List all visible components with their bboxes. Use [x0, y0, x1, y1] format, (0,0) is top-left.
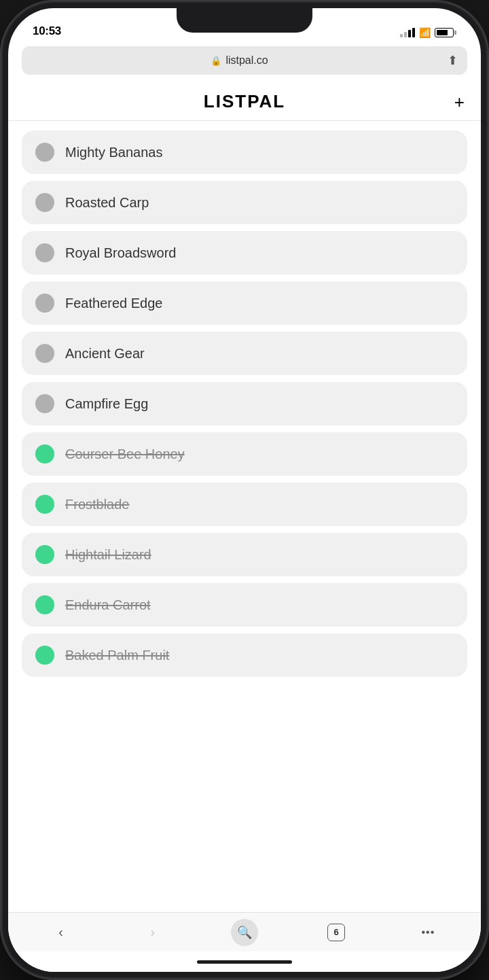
search-icon: 🔍	[237, 925, 252, 940]
list-item[interactable]: Feathered Edge	[22, 281, 467, 325]
phone-frame: 10:53 📶 🔒 listpal.co ⬆	[0, 0, 489, 980]
url-label: listpal.co	[225, 54, 268, 67]
list-item[interactable]: Mighty Bananas	[22, 130, 467, 174]
app-title: LISTPAL	[204, 91, 285, 112]
item-label: Feathered Edge	[65, 296, 162, 311]
notch	[177, 8, 312, 33]
item-circle	[35, 394, 54, 413]
tabs-button[interactable]: 6	[319, 919, 353, 946]
list-item[interactable]: Baked Palm Fruit	[22, 633, 467, 677]
item-circle	[35, 444, 54, 463]
url-text: 🔒 listpal.co	[31, 54, 448, 67]
item-circle	[35, 344, 54, 363]
list-item[interactable]: Royal Broadsword	[22, 231, 467, 275]
item-label: Campfire Egg	[65, 396, 148, 412]
signal-icon	[400, 28, 415, 37]
tab-count-badge: 6	[327, 924, 345, 941]
list-container: Mighty BananasRoasted CarpRoyal Broadswo…	[8, 121, 481, 686]
item-label: Courser Bee Honey	[65, 447, 185, 462]
item-circle	[35, 646, 54, 665]
item-label: Royal Broadsword	[65, 245, 176, 261]
item-label: Mighty Bananas	[65, 145, 162, 160]
list-item[interactable]: Roasted Carp	[22, 181, 467, 224]
item-label: Baked Palm Fruit	[65, 648, 169, 663]
status-icons: 📶	[400, 27, 456, 38]
battery-icon	[435, 28, 456, 37]
item-circle	[35, 595, 54, 614]
forward-icon: ›	[150, 924, 155, 940]
forward-button[interactable]: ›	[136, 919, 170, 946]
home-indicator	[8, 951, 481, 972]
app-content: LISTPAL + Mighty BananasRoasted CarpRoya…	[8, 80, 481, 912]
item-circle	[35, 294, 54, 313]
list-item[interactable]: Endura Carrot	[22, 583, 467, 627]
more-button[interactable]: •••	[411, 919, 445, 946]
wifi-icon: 📶	[419, 27, 431, 38]
list-item[interactable]: Courser Bee Honey	[22, 432, 467, 476]
phone-screen: 10:53 📶 🔒 listpal.co ⬆	[8, 8, 481, 972]
item-circle	[35, 545, 54, 564]
item-label: Frostblade	[65, 497, 130, 512]
more-icon: •••	[421, 926, 435, 939]
item-circle	[35, 143, 54, 162]
status-time: 10:53	[33, 24, 61, 38]
search-circle: 🔍	[231, 919, 258, 946]
item-circle	[35, 193, 54, 212]
url-bar[interactable]: 🔒 listpal.co ⬆	[22, 46, 467, 75]
item-label: Hightail Lizard	[65, 547, 151, 563]
item-label: Roasted Carp	[65, 195, 149, 211]
list-item[interactable]: Frostblade	[22, 483, 467, 526]
back-icon: ‹	[58, 924, 63, 940]
home-bar	[197, 960, 292, 964]
item-label: Endura Carrot	[65, 597, 151, 613]
item-label: Ancient Gear	[65, 346, 145, 362]
browser-toolbar: ‹ › 🔍 6 •••	[8, 912, 481, 951]
item-circle	[35, 243, 54, 262]
lock-icon: 🔒	[211, 56, 221, 66]
item-circle	[35, 495, 54, 514]
share-icon[interactable]: ⬆	[448, 53, 458, 68]
back-button[interactable]: ‹	[44, 919, 78, 946]
list-item[interactable]: Hightail Lizard	[22, 533, 467, 576]
list-item[interactable]: Ancient Gear	[22, 332, 467, 375]
list-item[interactable]: Campfire Egg	[22, 382, 467, 425]
add-button[interactable]: +	[454, 93, 465, 111]
app-header: LISTPAL +	[8, 80, 481, 121]
search-button[interactable]: 🔍	[228, 919, 261, 946]
